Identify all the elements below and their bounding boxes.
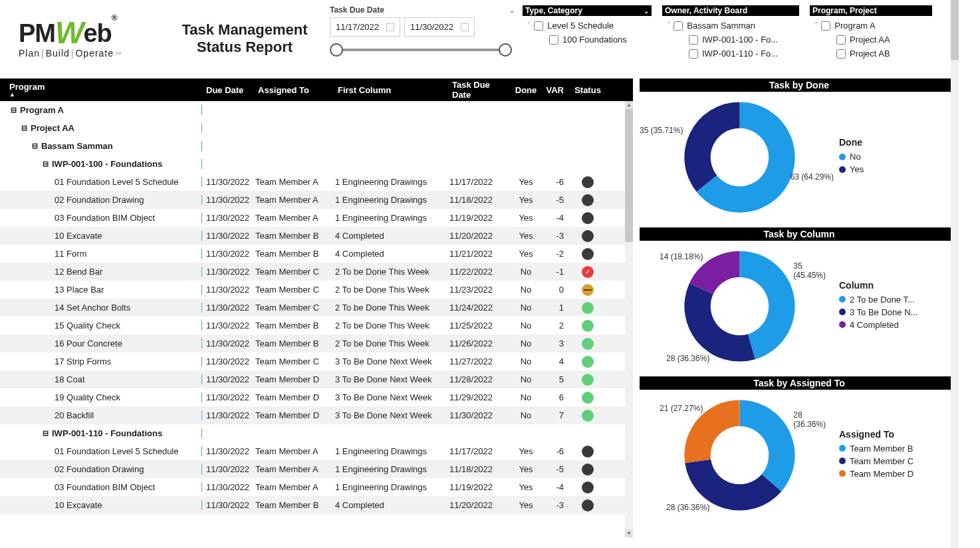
- status-dark-icon: [582, 176, 594, 188]
- collapse-icon[interactable]: ⊟: [41, 429, 49, 438]
- report-title: Task Management Status Report: [165, 5, 324, 76]
- table-row[interactable]: 03 Foundation BIM Object11/30/2022Team M…: [0, 209, 633, 227]
- filter-item[interactable]: ˆLevel 5 Schedule: [523, 19, 652, 33]
- table-row[interactable]: 15 Quality Check11/30/2022Team Member B2…: [0, 317, 633, 335]
- table-header: Program▲ Due Date Assigned To First Colu…: [0, 78, 633, 101]
- chevron-down-icon[interactable]: ⌄: [509, 7, 515, 14]
- collapse-icon[interactable]: ⊟: [31, 142, 39, 150]
- date-from-input[interactable]: 11/17/2022: [330, 17, 400, 37]
- page-scrollbar[interactable]: [951, 0, 959, 548]
- group-row[interactable]: ⊟Project AA: [0, 119, 633, 137]
- scroll-up-icon[interactable]: ▴: [625, 101, 633, 109]
- col-task-due-date[interactable]: Task Due Date: [449, 80, 511, 100]
- status-dark-icon: [582, 499, 594, 511]
- table-row[interactable]: 18 Coat11/30/2022Team Member D3 To Be Do…: [0, 370, 633, 388]
- collapse-icon[interactable]: ⊟: [9, 106, 17, 114]
- filter-item[interactable]: ˆBassam Samman: [662, 19, 799, 33]
- chart-card: Task by Done63 (64.29%)35 (35.71%)DoneNo…: [640, 78, 959, 222]
- table-row[interactable]: 20 Backfill11/30/2022Team Member D3 To B…: [0, 406, 633, 424]
- scroll-thumb[interactable]: [625, 109, 633, 242]
- legend-item[interactable]: 2 To be Done T...: [839, 295, 918, 305]
- table-row[interactable]: 10 Excavate11/30/2022Team Member B4 Comp…: [0, 227, 633, 245]
- legend-item[interactable]: Team Member C: [839, 456, 914, 466]
- filter-type-category: Type, Category⌄ ˆLevel 5 Schedule 100 Fo…: [517, 5, 657, 76]
- col-assigned[interactable]: Assigned To: [255, 85, 335, 95]
- sort-asc-icon: ▲: [9, 92, 199, 98]
- table-row[interactable]: 14 Set Anchor Bolts11/30/2022Team Member…: [0, 299, 633, 317]
- legend-dot-icon: [839, 445, 846, 452]
- filter-item[interactable]: Project AA: [810, 33, 932, 47]
- report-header: PMWeb® Plan|Build|Operate™ Task Manageme…: [0, 0, 980, 78]
- legend-item[interactable]: Team Member D: [839, 469, 914, 479]
- legend-dot-icon: [839, 154, 846, 160]
- col-due-date[interactable]: Due Date: [202, 85, 255, 95]
- donut-chart: 28(36.36%)28 (36.36%)21 (27.27%): [640, 397, 839, 513]
- table-row[interactable]: 03 Foundation BIM Object11/30/2022Team M…: [0, 478, 633, 496]
- slider-thumb-left[interactable]: [330, 43, 343, 57]
- legend-item[interactable]: No: [839, 152, 864, 162]
- status-dark-icon: [582, 194, 594, 206]
- vertical-scrollbar[interactable]: ▴ ▾: [625, 101, 633, 537]
- chart-legend: DoneNoYes: [839, 137, 864, 177]
- status-red-icon: [582, 266, 594, 278]
- chart-title: Task by Done: [640, 78, 959, 92]
- col-program[interactable]: Program▲: [7, 82, 202, 98]
- scroll-down-icon[interactable]: ▾: [625, 529, 633, 537]
- filter-item[interactable]: ˆProgram A: [810, 19, 932, 33]
- group-row[interactable]: ⊟IWP-001-100 - Foundations: [0, 155, 633, 173]
- status-dark-icon: [582, 212, 594, 224]
- task-table: Program▲ Due Date Assigned To First Colu…: [0, 78, 633, 548]
- collapse-icon[interactable]: ⊟: [20, 124, 28, 132]
- legend-item[interactable]: Yes: [839, 164, 864, 174]
- table-row[interactable]: 17 Strip Forms11/30/2022Team Member C3 T…: [0, 352, 633, 370]
- group-label: IWP-001-100 - Foundations: [52, 159, 162, 169]
- table-row[interactable]: 02 Foundation Drawing11/30/2022Team Memb…: [0, 191, 633, 209]
- status-amber-icon: [582, 284, 594, 296]
- filter-program-project: Program, Project ˆProgram A Project AA P…: [804, 5, 937, 76]
- group-row[interactable]: ⊟IWP-001-110 - Foundations: [0, 424, 633, 442]
- status-green-icon: [582, 374, 594, 386]
- chevron-down-icon[interactable]: ⌄: [644, 7, 649, 15]
- chart-card: Task by Column35(45.45%)28 (36.36%)14 (1…: [640, 227, 959, 371]
- table-row[interactable]: 13 Place Bar11/30/2022Team Member C2 To …: [0, 281, 633, 299]
- col-status[interactable]: Status: [570, 85, 605, 95]
- table-row[interactable]: 01 Foundation Level 5 Schedule11/30/2022…: [0, 173, 633, 191]
- legend-item[interactable]: 4 Completed: [839, 320, 918, 330]
- group-row[interactable]: ⊟Bassam Samman: [0, 137, 633, 155]
- group-label: Bassam Samman: [41, 141, 113, 151]
- status-green-icon: [582, 410, 594, 422]
- date-range-slider[interactable]: [330, 41, 512, 61]
- status-dark-icon: [582, 446, 594, 458]
- table-row[interactable]: 19 Quality Check11/30/2022Team Member D3…: [0, 388, 633, 406]
- slider-thumb-right[interactable]: [499, 43, 512, 57]
- filter-item[interactable]: 100 Foundations: [523, 33, 652, 47]
- collapse-icon[interactable]: ⊟: [41, 160, 49, 168]
- logo-text: PMWeb®: [19, 13, 165, 49]
- table-row[interactable]: 01 Foundation Level 5 Schedule11/30/2022…: [0, 442, 633, 460]
- table-row[interactable]: 10 Excavate11/30/2022Team Member B4 Comp…: [0, 496, 633, 514]
- table-row[interactable]: 02 Foundation Drawing11/30/2022Team Memb…: [0, 460, 633, 478]
- table-row[interactable]: 12 Bend Bar11/30/2022Team Member C2 To b…: [0, 263, 633, 281]
- status-green-icon: [582, 302, 594, 314]
- legend-dot-icon: [839, 166, 846, 173]
- filter-item[interactable]: Project AB: [810, 47, 932, 61]
- table-row[interactable]: 11 Form11/30/2022Team Member B4 Complete…: [0, 245, 633, 263]
- legend-dot-icon: [839, 296, 846, 303]
- table-row[interactable]: 16 Pour Concrete11/30/2022Team Member B2…: [0, 335, 633, 352]
- filter-item[interactable]: IWP-001-110 - Fo...: [662, 47, 799, 61]
- col-var[interactable]: VAR: [541, 85, 570, 95]
- filter-item[interactable]: IWP-001-100 - Fo...: [662, 33, 799, 47]
- legend-item[interactable]: 3 To Be Done N...: [839, 307, 918, 317]
- date-to-input[interactable]: 11/30/2022: [404, 17, 475, 37]
- filter-owner-board: Owner, Activity Board ˆBassam Samman IWP…: [657, 5, 804, 76]
- col-first-column[interactable]: First Column: [335, 85, 449, 95]
- status-dark-icon: [582, 230, 594, 242]
- legend-dot-icon: [839, 309, 846, 315]
- donut-chart: 63 (64.29%)35 (35.71%): [640, 99, 839, 215]
- caret-up-icon: ˆ: [815, 22, 817, 29]
- legend-item[interactable]: Team Member B: [839, 444, 914, 454]
- group-row[interactable]: ⊟Program A: [0, 101, 633, 119]
- scroll-thumb[interactable]: [951, 0, 959, 60]
- chart-title: Task by Assigned To: [640, 376, 959, 390]
- col-done[interactable]: Done: [511, 85, 541, 95]
